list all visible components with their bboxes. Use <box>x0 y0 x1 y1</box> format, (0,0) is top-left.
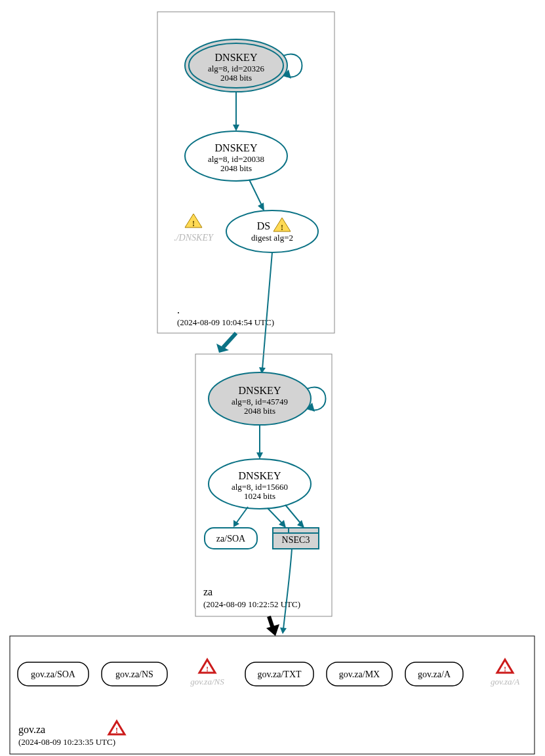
svg-text:gov.za/A: gov.za/A <box>491 677 519 686</box>
root-ksk-line2: 2048 bits <box>220 73 252 83</box>
edge-za-zsk-nsec3-2 <box>285 505 302 525</box>
govza-ns[interactable]: gov.za/NS <box>102 662 167 686</box>
svg-marker-27 <box>280 627 287 634</box>
root-zsk-line1: alg=8, id=20038 <box>208 154 264 164</box>
edge-za-zsk-nsec3-1 <box>268 508 283 525</box>
govza-ghost-ns: ! gov.za/NS <box>190 660 224 686</box>
error-icon: ! <box>497 660 513 673</box>
edge-nsec3-govza <box>283 549 292 629</box>
root-dnskey-zsk[interactable]: DNSKEY alg=8, id=20038 2048 bits <box>185 131 287 181</box>
edge-ds-za-ksk <box>262 252 272 369</box>
govza-a[interactable]: gov.za/A <box>405 662 463 686</box>
svg-marker-20 <box>233 520 239 527</box>
zone-za: za (2024-08-09 10:22:52 UTC) DNSKEY alg=… <box>195 354 332 634</box>
root-ksk-line1: alg=8, id=20326 <box>208 64 265 73</box>
root-zsk-title: DNSKEY <box>215 142 258 153</box>
zone-govza-timestamp: (2024-08-09 10:23:35 UTC) <box>18 737 115 747</box>
za-nsec3-label: NSEC3 <box>282 535 310 545</box>
svg-text:!: ! <box>504 665 506 673</box>
zone-root-label: . <box>177 304 180 315</box>
svg-marker-4 <box>233 125 239 131</box>
zone-root-timestamp: (2024-08-09 10:04:54 UTC) <box>177 317 274 327</box>
zone-root: . (2024-08-09 10:04:54 UTC) DNSKEY alg=8… <box>157 12 334 374</box>
edge-delegation-root-za <box>223 333 236 348</box>
svg-text:./DNSKEY: ./DNSKEY <box>174 233 214 243</box>
root-ghost-dnskey: ! ./DNSKEY <box>174 214 214 243</box>
za-zsk-line2: 1024 bits <box>244 491 275 501</box>
za-ksk-title: DNSKEY <box>239 385 281 396</box>
za-ksk-line1: alg=8, id=45749 <box>232 397 288 407</box>
svg-marker-18 <box>256 452 263 459</box>
root-zsk-line2: 2048 bits <box>220 163 252 173</box>
za-dnskey-ksk[interactable]: DNSKEY alg=8, id=45749 2048 bits <box>209 372 311 425</box>
svg-rect-29 <box>10 636 535 754</box>
govza-soa-label: gov.za/SOA <box>31 669 76 679</box>
root-dnskey-ksk[interactable]: DNSKEY alg=8, id=20326 2048 bits <box>185 39 287 92</box>
govza-txt[interactable]: gov.za/TXT <box>245 662 313 686</box>
root-ds-title: DS <box>257 220 270 231</box>
govza-mx-label: gov.za/MX <box>339 669 380 679</box>
root-ds[interactable]: DS digest alg=2 ! <box>226 210 318 252</box>
svg-point-7 <box>226 210 318 252</box>
govza-a-label: gov.za/A <box>418 669 451 679</box>
govza-mx[interactable]: gov.za/MX <box>327 662 392 686</box>
za-zsk-line1: alg=8, id=15660 <box>232 482 288 492</box>
warning-icon: ! <box>185 214 202 228</box>
za-ksk-line2: 2048 bits <box>244 406 275 416</box>
govza-txt-label: gov.za/TXT <box>257 669 302 679</box>
za-nsec3[interactable]: NSEC3 <box>273 528 319 549</box>
govza-ghost-a: ! gov.za/A <box>491 660 519 686</box>
svg-text:gov.za/NS: gov.za/NS <box>190 677 224 686</box>
za-dnskey-zsk[interactable]: DNSKEY alg=8, id=15660 1024 bits <box>209 459 311 509</box>
za-soa[interactable]: za/SOA <box>205 528 257 549</box>
root-ds-line1: digest alg=2 <box>251 233 293 243</box>
za-soa-label: za/SOA <box>216 534 246 544</box>
error-icon: ! <box>199 660 215 673</box>
govza-soa[interactable]: gov.za/SOA <box>18 662 89 686</box>
svg-text:!: ! <box>192 219 195 228</box>
error-icon: ! <box>109 721 125 735</box>
govza-ns-label: gov.za/NS <box>115 669 153 679</box>
svg-text:!: ! <box>115 726 118 735</box>
edge-root-zsk-ds <box>249 180 262 207</box>
zone-za-label: za <box>203 586 212 597</box>
root-ksk-title: DNSKEY <box>215 52 258 63</box>
zone-govza-label: gov.za <box>18 724 45 736</box>
edge-za-zsk-soa <box>236 507 248 523</box>
za-zsk-title: DNSKEY <box>239 470 281 481</box>
svg-text:!: ! <box>281 223 283 232</box>
zone-govza: gov.za (2024-08-09 10:23:35 UTC) ! gov.z… <box>10 636 535 754</box>
svg-text:!: ! <box>206 665 209 673</box>
